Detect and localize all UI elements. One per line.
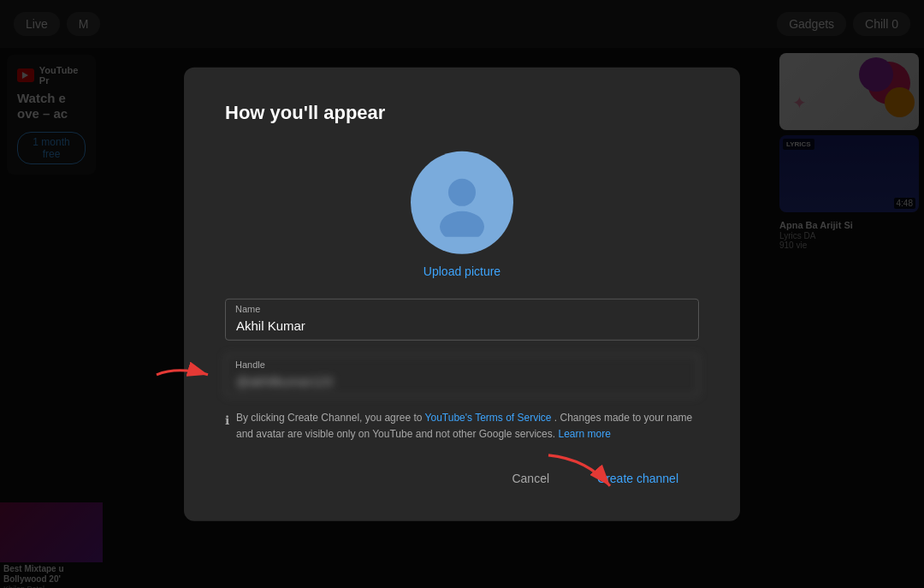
dialog-title: How you'll appear <box>225 101 699 123</box>
terms-of-service-link[interactable]: YouTube's Terms of Service <box>425 411 552 423</box>
learn-more-link[interactable]: Learn more <box>558 428 610 440</box>
name-field-group: Name <box>225 298 699 340</box>
svg-point-0 <box>448 178 476 205</box>
name-label: Name <box>235 303 260 313</box>
terms-text: ℹ By clicking Create Channel, you agree … <box>225 409 699 442</box>
info-icon: ℹ <box>225 410 229 429</box>
red-arrow-create <box>541 451 618 498</box>
handle-field-group: Handle <box>225 353 699 395</box>
person-icon <box>428 168 496 236</box>
avatar-circle <box>411 151 513 253</box>
red-arrow-handle <box>152 362 212 388</box>
svg-point-1 <box>440 211 484 236</box>
terms-content: By clicking Create Channel, you agree to… <box>236 409 699 442</box>
avatar-section: Upload picture <box>225 151 699 277</box>
dialog-actions: Cancel Create channel <box>225 463 699 494</box>
handle-input[interactable] <box>225 353 699 395</box>
how-you-appear-dialog: How you'll appear Upload picture Name Ha… <box>184 67 740 520</box>
name-input[interactable] <box>225 298 699 340</box>
upload-picture-link[interactable]: Upload picture <box>424 264 500 277</box>
